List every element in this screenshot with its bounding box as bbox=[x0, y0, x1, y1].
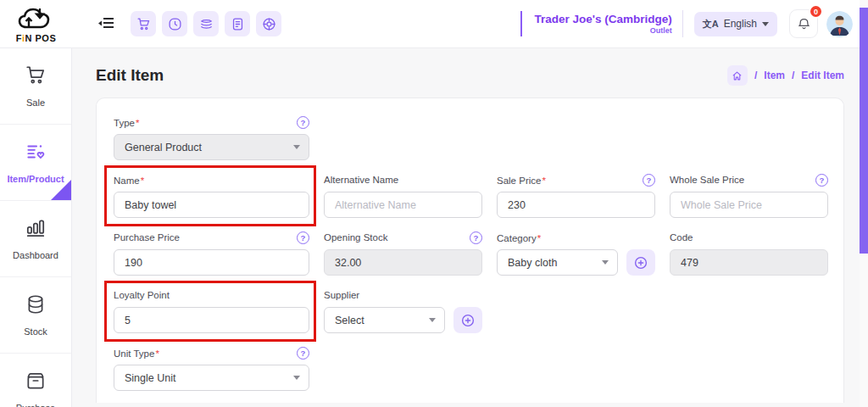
page-header: Edit Item / Item / Edit Item bbox=[96, 65, 844, 86]
breadcrumb-item[interactable]: Item bbox=[764, 70, 785, 81]
clock-icon[interactable] bbox=[162, 11, 187, 36]
database-icon bbox=[25, 293, 47, 319]
sidebar-item-purchase[interactable]: Purchase bbox=[0, 354, 71, 407]
breadcrumb-current[interactable]: Edit Item bbox=[801, 70, 844, 81]
field-code: Code bbox=[670, 231, 828, 276]
field-whole-sale-price: Whole Sale Price ? bbox=[670, 174, 828, 218]
outlet-sub-label: Outlet bbox=[534, 26, 671, 35]
category-select[interactable]: Baby cloth bbox=[497, 249, 618, 276]
outlet-divider bbox=[520, 11, 522, 36]
language-label: English bbox=[724, 18, 757, 30]
whole-sale-price-input[interactable] bbox=[670, 192, 828, 218]
help-icon[interactable]: ? bbox=[643, 174, 655, 187]
language-selector[interactable]: 文A English bbox=[694, 12, 777, 36]
loyalty-point-input[interactable] bbox=[114, 307, 309, 333]
sidebar-item-sale[interactable]: Sale bbox=[0, 48, 71, 125]
field-label: Alternative Name bbox=[324, 175, 398, 185]
opening-stock-input bbox=[324, 249, 482, 276]
cloud-sync-logo-icon bbox=[18, 7, 55, 36]
field-label: Name bbox=[114, 176, 140, 186]
required-mark: * bbox=[136, 118, 139, 128]
box-icon bbox=[25, 370, 47, 395]
required-mark: * bbox=[542, 176, 545, 186]
required-mark: * bbox=[537, 233, 541, 243]
topbar: FiN POS bbox=[0, 0, 868, 48]
divider bbox=[682, 10, 683, 37]
add-category-button[interactable] bbox=[626, 249, 655, 276]
field-name: Name* bbox=[114, 174, 309, 218]
field-label: Type bbox=[114, 118, 135, 128]
chevron-down-icon bbox=[762, 22, 769, 26]
list-heart-icon bbox=[25, 141, 47, 166]
translate-icon: 文A bbox=[703, 18, 719, 31]
settings-icon[interactable] bbox=[256, 11, 281, 36]
logo-wordmark: FiN POS bbox=[16, 34, 57, 43]
topbar-right: Trader Joe's (Cambridge) Outlet 文A Engli… bbox=[520, 9, 868, 38]
chevron-down-icon bbox=[429, 318, 436, 322]
code-input bbox=[670, 249, 828, 276]
required-mark: * bbox=[141, 176, 144, 186]
chevron-down-icon bbox=[293, 376, 300, 380]
app-logo[interactable]: FiN POS bbox=[0, 5, 72, 43]
field-label: Opening Stock bbox=[324, 232, 387, 243]
pos-cart-icon[interactable] bbox=[131, 11, 156, 36]
page-title: Edit Item bbox=[96, 66, 164, 85]
sidebar-item-label: Dashboard bbox=[13, 250, 58, 260]
main-content: Edit Item / Item / Edit Item Type* bbox=[72, 48, 868, 407]
purchase-price-input[interactable] bbox=[114, 249, 309, 276]
add-supplier-button[interactable] bbox=[453, 307, 482, 333]
sidebar-collapse-icon[interactable] bbox=[96, 14, 116, 34]
field-loyalty-point: Loyalty Point bbox=[114, 289, 309, 333]
breadcrumb: / Item / Edit Item bbox=[727, 65, 844, 86]
supplier-select[interactable]: Select bbox=[324, 307, 445, 333]
home-icon[interactable] bbox=[727, 65, 748, 86]
field-alternative-name: Alternative Name bbox=[324, 174, 482, 218]
sidebar-item-label: Stock bbox=[24, 326, 47, 337]
sidebar-item-label: Sale bbox=[26, 98, 45, 108]
user-avatar[interactable] bbox=[826, 11, 853, 37]
stock-layers-icon[interactable] bbox=[193, 11, 219, 36]
field-type: Type* ? General Product bbox=[114, 116, 309, 160]
unit-type-select[interactable]: Single Unit bbox=[114, 365, 309, 391]
outlet-name: Trader Joe's (Cambridge) bbox=[534, 13, 671, 26]
sale-price-input[interactable] bbox=[497, 192, 655, 218]
sidebar-item-dashboard[interactable]: Dashboard bbox=[0, 201, 71, 277]
active-corner-marker bbox=[51, 180, 71, 200]
cart-icon bbox=[25, 64, 47, 90]
field-supplier: Supplier Select bbox=[324, 289, 482, 333]
type-select[interactable]: General Product bbox=[114, 134, 309, 160]
invoice-icon[interactable] bbox=[225, 11, 250, 36]
field-label: Whole Sale Price bbox=[670, 175, 744, 185]
sidebar-item-item-product[interactable]: Item/Product bbox=[0, 125, 71, 201]
outlet-info: Trader Joe's (Cambridge) Outlet bbox=[534, 13, 671, 35]
page-scrollbar[interactable] bbox=[860, 0, 868, 407]
alternative-name-input[interactable] bbox=[324, 192, 482, 218]
help-icon[interactable]: ? bbox=[297, 231, 309, 244]
edit-item-card: Type* ? General Product Name* bbox=[96, 98, 844, 403]
help-icon[interactable]: ? bbox=[297, 347, 309, 360]
field-label: Sale Price bbox=[497, 176, 541, 186]
field-opening-stock: Opening Stock ? bbox=[324, 231, 482, 276]
bar-chart-icon bbox=[25, 217, 47, 243]
notification-badge: 0 bbox=[809, 4, 823, 19]
field-unit-type: Unit Type* ? Single Unit bbox=[114, 347, 309, 391]
breadcrumb-separator: / bbox=[754, 70, 757, 81]
help-icon[interactable]: ? bbox=[470, 231, 482, 244]
sidebar: Sale Item/Product bbox=[0, 48, 72, 407]
field-purchase-price: Purchase Price ? bbox=[114, 231, 309, 276]
field-label: Category bbox=[497, 233, 537, 243]
app-shell: Sale Item/Product bbox=[0, 48, 868, 407]
field-label: Unit Type bbox=[114, 348, 154, 359]
field-category: Category* Baby cloth bbox=[497, 231, 655, 276]
field-label: Supplier bbox=[324, 290, 359, 300]
help-icon[interactable]: ? bbox=[297, 116, 309, 129]
required-mark: * bbox=[155, 348, 159, 359]
sidebar-item-label: Purchase bbox=[16, 403, 55, 407]
notifications-button[interactable]: 0 bbox=[789, 9, 818, 38]
scrollbar-thumb[interactable] bbox=[860, 8, 868, 254]
edit-item-form: Type* ? General Product Name* bbox=[97, 98, 843, 403]
chevron-down-icon bbox=[602, 260, 609, 265]
name-input[interactable] bbox=[114, 192, 309, 218]
sidebar-item-stock[interactable]: Stock bbox=[0, 277, 71, 354]
help-icon[interactable]: ? bbox=[815, 174, 828, 187]
